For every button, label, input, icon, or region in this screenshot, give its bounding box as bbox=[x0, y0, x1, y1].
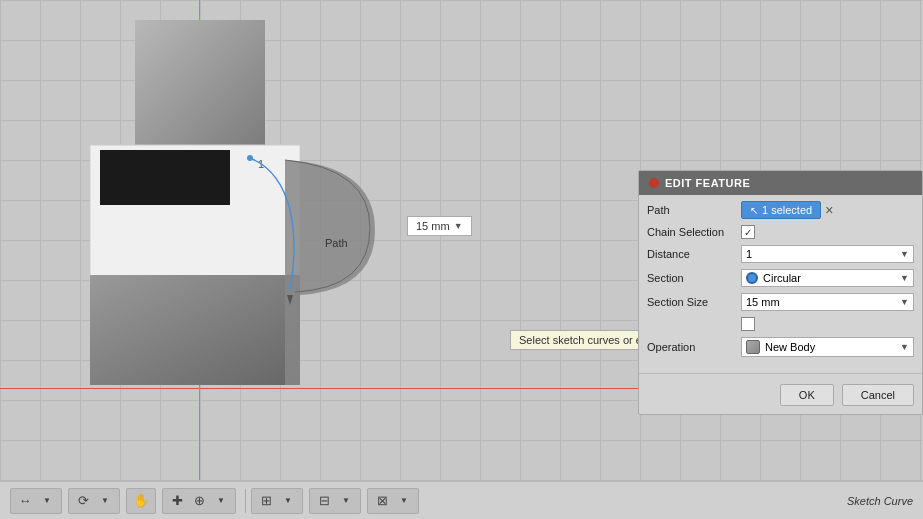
distance-input[interactable]: 1 ▼ bbox=[741, 245, 914, 263]
svg-rect-1 bbox=[135, 20, 265, 155]
svg-rect-3 bbox=[100, 150, 230, 205]
svg-point-7 bbox=[247, 155, 253, 161]
rotate-icon[interactable]: ⟳ bbox=[73, 491, 93, 511]
toolbar-dropdown-5[interactable]: ▼ bbox=[336, 491, 356, 511]
pan-icon[interactable]: ✋ bbox=[131, 491, 151, 511]
extra-icon[interactable]: ⊠ bbox=[372, 491, 392, 511]
section-size-dropdown-icon[interactable]: ▼ bbox=[900, 297, 909, 307]
section-row: Section Circular ▼ bbox=[647, 269, 914, 287]
section-input[interactable]: Circular ▼ bbox=[741, 269, 914, 287]
panel-header: EDIT FEATURE bbox=[639, 171, 922, 195]
path-clear-button[interactable]: × bbox=[825, 203, 833, 217]
distance-row: Distance 1 ▼ bbox=[647, 245, 914, 263]
panel-close-dot[interactable] bbox=[649, 178, 659, 188]
section-size-field: 15 mm ▼ bbox=[741, 293, 914, 311]
panel-title: EDIT FEATURE bbox=[665, 177, 750, 189]
extra-checkbox-row bbox=[647, 317, 914, 331]
zoom-tool-group: ✚ ⊕ ▼ bbox=[162, 488, 236, 514]
chain-selection-row: Chain Selection bbox=[647, 225, 914, 239]
dimension-value: 15 mm bbox=[416, 220, 450, 232]
display-grid-icon[interactable]: ⊟ bbox=[314, 491, 334, 511]
view-grid-icon[interactable]: ⊞ bbox=[256, 491, 276, 511]
path-label-canvas: Path bbox=[325, 237, 348, 249]
bottom-toolbar: ↔ ▼ ⟳ ▼ ✋ ✚ ⊕ ▼ ⊞ ▼ ⊟ ▼ ⊠ bbox=[0, 481, 923, 519]
distance-field: 1 ▼ bbox=[741, 245, 914, 263]
chain-selection-checkbox[interactable] bbox=[741, 225, 755, 239]
toolbar-dropdown-3[interactable]: ▼ bbox=[211, 491, 231, 511]
toolbar-status: Sketch Curve bbox=[847, 495, 913, 507]
rotate-tool-group: ⟳ ▼ bbox=[68, 488, 120, 514]
extra-checkbox[interactable] bbox=[741, 317, 755, 331]
chain-selection-field bbox=[741, 225, 914, 239]
dimension-label[interactable]: 15 mm ▼ bbox=[407, 216, 472, 236]
path-row: Path ↖ 1 selected × bbox=[647, 201, 914, 219]
toolbar-separator-1 bbox=[245, 489, 246, 513]
toolbar-dropdown-4[interactable]: ▼ bbox=[278, 491, 298, 511]
section-field: Circular ▼ bbox=[741, 269, 914, 287]
extra-checkbox-field bbox=[741, 317, 914, 331]
section-size-input[interactable]: 15 mm ▼ bbox=[741, 293, 914, 311]
path-selected-btn[interactable]: ↖ 1 selected bbox=[741, 201, 821, 219]
toolbar-icons: ↔ ▼ ⟳ ▼ ✋ ✚ ⊕ ▼ ⊞ ▼ ⊟ ▼ ⊠ bbox=[10, 488, 423, 514]
toolbar-dropdown-1[interactable]: ▼ bbox=[37, 491, 57, 511]
section-label: Section bbox=[647, 272, 737, 284]
circular-dot-icon bbox=[746, 272, 758, 284]
chain-selection-label: Chain Selection bbox=[647, 226, 737, 238]
ok-button[interactable]: OK bbox=[780, 384, 834, 406]
panel-divider bbox=[639, 373, 922, 374]
distance-label: Distance bbox=[647, 248, 737, 260]
panel-buttons: OK Cancel bbox=[639, 378, 922, 414]
path-label: Path bbox=[647, 204, 737, 216]
operation-dropdown-icon[interactable]: ▼ bbox=[900, 342, 909, 352]
cancel-button[interactable]: Cancel bbox=[842, 384, 914, 406]
section-dropdown-icon[interactable]: ▼ bbox=[900, 273, 909, 283]
panel-body: Path ↖ 1 selected × Chain Selection Dist… bbox=[639, 195, 922, 369]
cursor-icon: ↖ bbox=[750, 205, 758, 216]
distance-dropdown-icon[interactable]: ▼ bbox=[900, 249, 909, 259]
move-icon[interactable]: ↔ bbox=[15, 491, 35, 511]
extra-tool-group: ⊠ ▼ bbox=[367, 488, 419, 514]
view-tool-group: ⊞ ▼ bbox=[251, 488, 303, 514]
path-field: ↖ 1 selected × bbox=[741, 201, 914, 219]
3d-object: 1 bbox=[80, 20, 400, 400]
operation-input[interactable]: New Body ▼ bbox=[741, 337, 914, 357]
zoom-fit-icon[interactable]: ✚ bbox=[167, 491, 187, 511]
navigate-tool-group: ↔ ▼ bbox=[10, 488, 62, 514]
toolbar-dropdown-2[interactable]: ▼ bbox=[95, 491, 115, 511]
pan-tool-group: ✋ bbox=[126, 488, 156, 514]
path-selected-text: 1 selected bbox=[762, 204, 812, 216]
operation-field: New Body ▼ bbox=[741, 337, 914, 357]
newbody-icon bbox=[746, 340, 760, 354]
section-size-label: Section Size bbox=[647, 296, 737, 308]
operation-label: Operation bbox=[647, 341, 737, 353]
operation-row: Operation New Body ▼ bbox=[647, 337, 914, 357]
section-size-row: Section Size 15 mm ▼ bbox=[647, 293, 914, 311]
svg-rect-5 bbox=[90, 275, 300, 385]
toolbar-dropdown-6[interactable]: ▼ bbox=[394, 491, 414, 511]
dimension-dropdown-icon[interactable]: ▼ bbox=[454, 221, 463, 231]
zoom-search-icon[interactable]: ⊕ bbox=[189, 491, 209, 511]
display-tool-group: ⊟ ▼ bbox=[309, 488, 361, 514]
edit-feature-panel: EDIT FEATURE Path ↖ 1 selected × Chain S… bbox=[638, 170, 923, 415]
